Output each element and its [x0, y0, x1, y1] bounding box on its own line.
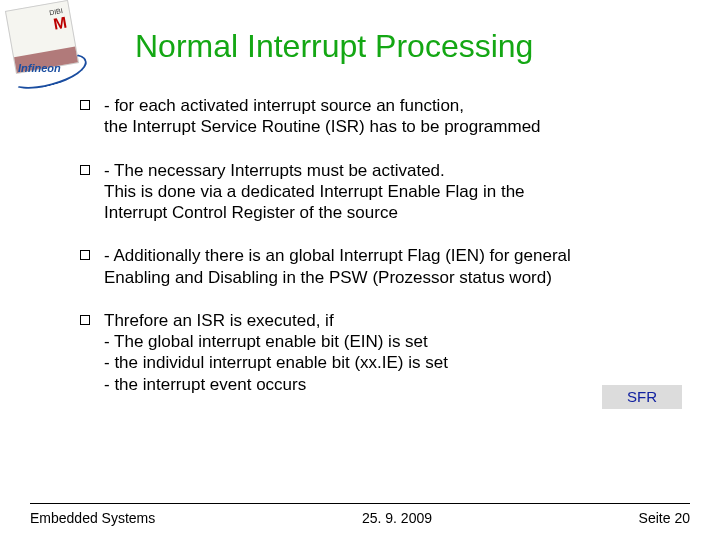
- bullet-text: - The necessary Interrupts must be activ…: [104, 160, 680, 224]
- bullet-text: Threfore an ISR is executed, if - The gl…: [104, 310, 680, 395]
- infineon-logo: Infineon: [8, 56, 86, 84]
- bullet-square-icon: [80, 315, 90, 325]
- bullet-item: Threfore an ISR is executed, if - The gl…: [80, 310, 680, 395]
- bullet-text: - Additionally there is an global Interr…: [104, 245, 680, 288]
- footer-center: 25. 9. 2009: [362, 510, 432, 526]
- slide-content: - for each activated interrupt source an…: [80, 95, 680, 417]
- footer-left: Embedded Systems: [30, 510, 155, 526]
- slide-title: Normal Interrupt Processing: [135, 28, 533, 65]
- infineon-brand-text: Infineon: [18, 62, 61, 74]
- footer-divider: [30, 503, 690, 504]
- bullet-item: - Additionally there is an global Interr…: [80, 245, 680, 288]
- bullet-text: - for each activated interrupt source an…: [104, 95, 680, 138]
- sfr-label-box: SFR: [602, 385, 682, 409]
- bullet-square-icon: [80, 100, 90, 110]
- footer-bar: Embedded Systems 25. 9. 2009 Seite 20: [30, 510, 690, 526]
- bullet-item: - The necessary Interrupts must be activ…: [80, 160, 680, 224]
- bullet-square-icon: [80, 250, 90, 260]
- footer-right: Seite 20: [639, 510, 690, 526]
- bullet-square-icon: [80, 165, 90, 175]
- logo-m-letter: M: [52, 14, 68, 34]
- logo-area: DIBI M Infineon: [0, 0, 95, 95]
- bullet-item: - for each activated interrupt source an…: [80, 95, 680, 138]
